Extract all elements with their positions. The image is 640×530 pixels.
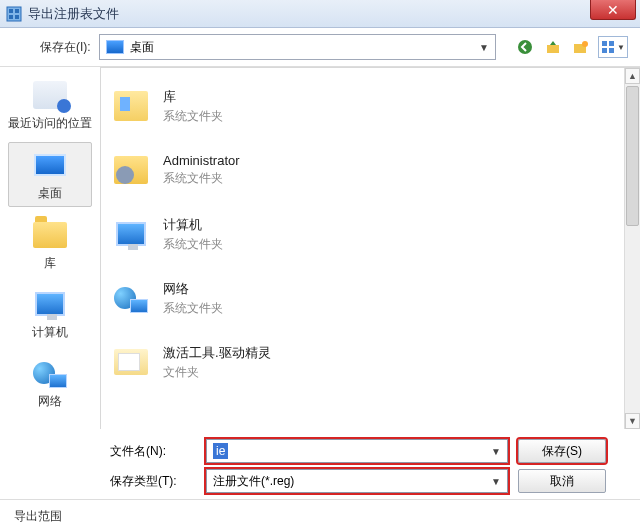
svg-rect-4 [15, 15, 19, 19]
chevron-down-icon: ▼ [617, 43, 625, 52]
item-subtitle: 文件夹 [163, 364, 271, 381]
filetype-dropdown[interactable]: 注册文件(*.reg) ▼ [206, 469, 508, 493]
new-folder-button[interactable] [570, 36, 592, 58]
chevron-down-icon: ▼ [491, 476, 501, 487]
svg-point-8 [582, 41, 588, 47]
save-in-value: 桌面 [130, 39, 479, 56]
close-button[interactable]: ✕ [590, 0, 636, 20]
app-icon [6, 6, 22, 22]
svg-rect-2 [15, 9, 19, 13]
place-computer[interactable]: 计算机 [8, 282, 92, 345]
place-recent[interactable]: 最近访问的位置 [8, 73, 92, 136]
item-name: 库 [163, 88, 223, 106]
main-area: 最近访问的位置 桌面 库 计算机 网络 库 系统文件夹 [0, 67, 640, 429]
scroll-up-button[interactable]: ▲ [625, 68, 640, 84]
item-name: 网络 [163, 280, 223, 298]
view-menu-icon [601, 40, 615, 54]
back-button[interactable] [514, 36, 536, 58]
recent-places-icon [33, 81, 67, 109]
user-folder-icon [114, 156, 148, 184]
toolbar-icons: ▼ [504, 36, 628, 58]
place-label: 桌面 [38, 185, 62, 202]
scroll-thumb[interactable] [626, 86, 639, 226]
filename-value: ie [213, 443, 228, 459]
place-label: 库 [44, 255, 56, 272]
place-label: 计算机 [32, 324, 68, 341]
item-subtitle: 系统文件夹 [163, 300, 223, 317]
network-icon [114, 283, 148, 313]
chevron-down-icon: ▼ [491, 446, 501, 457]
cancel-button-label: 取消 [550, 473, 574, 490]
place-label: 最近访问的位置 [8, 115, 92, 132]
filetype-label: 保存类型(T): [110, 473, 196, 490]
up-one-level-button[interactable] [542, 36, 564, 58]
vertical-scrollbar[interactable]: ▲ ▼ [624, 68, 640, 429]
item-name: Administrator [163, 153, 240, 168]
filename-label: 文件名(N): [110, 443, 196, 460]
list-item[interactable]: 激活工具.驱动精灵 文件夹 [109, 330, 632, 394]
place-desktop[interactable]: 桌面 [8, 142, 92, 207]
scroll-track[interactable] [625, 84, 640, 413]
network-icon [33, 358, 67, 388]
place-libraries[interactable]: 库 [8, 213, 92, 276]
filename-input[interactable]: ie ▼ [206, 439, 508, 463]
back-icon [517, 39, 533, 55]
item-subtitle: 系统文件夹 [163, 236, 223, 253]
file-listing[interactable]: 库 系统文件夹 Administrator 系统文件夹 计算机 系统文件夹 [100, 67, 640, 429]
scroll-down-button[interactable]: ▼ [625, 413, 640, 429]
form-rows: 文件名(N): ie ▼ 保存(S) 保存类型(T): 注册文件(*.reg) … [0, 429, 640, 499]
new-folder-icon [573, 39, 589, 55]
close-icon: ✕ [607, 2, 619, 18]
svg-point-5 [518, 40, 532, 54]
svg-rect-3 [9, 15, 13, 19]
chevron-down-icon: ▼ [479, 42, 489, 53]
filetype-value: 注册文件(*.reg) [213, 473, 294, 490]
desktop-icon [34, 154, 66, 176]
place-label: 网络 [38, 393, 62, 410]
svg-rect-11 [602, 48, 607, 53]
list-item[interactable]: 网络 系统文件夹 [109, 266, 632, 330]
save-in-label: 保存在(I): [40, 39, 91, 56]
save-button[interactable]: 保存(S) [518, 439, 606, 463]
computer-icon [35, 292, 65, 316]
item-name: 计算机 [163, 216, 223, 234]
svg-rect-9 [602, 41, 607, 46]
list-item[interactable]: 计算机 系统文件夹 [109, 202, 632, 266]
titlebar: 导出注册表文件 ✕ [0, 0, 640, 28]
save-button-label: 保存(S) [542, 443, 582, 460]
svg-rect-10 [609, 41, 614, 46]
view-menu-button[interactable]: ▼ [598, 36, 628, 58]
svg-rect-12 [609, 48, 614, 53]
item-subtitle: 系统文件夹 [163, 170, 240, 187]
computer-icon [116, 222, 146, 246]
up-one-level-icon [545, 39, 561, 55]
libraries-icon [33, 222, 67, 248]
window-title: 导出注册表文件 [28, 5, 119, 23]
item-subtitle: 系统文件夹 [163, 108, 223, 125]
svg-rect-6 [547, 45, 559, 53]
item-name: 激活工具.驱动精灵 [163, 344, 271, 362]
libraries-icon [114, 91, 148, 121]
folder-icon [114, 349, 148, 375]
place-network[interactable]: 网络 [8, 351, 92, 414]
cancel-button[interactable]: 取消 [518, 469, 606, 493]
export-range-section: 导出范围 全部(A) [0, 499, 640, 530]
desktop-icon [106, 40, 124, 54]
list-item[interactable]: 库 系统文件夹 [109, 74, 632, 138]
svg-rect-1 [9, 9, 13, 13]
save-in-dropdown[interactable]: 桌面 ▼ [99, 34, 496, 60]
list-item[interactable]: Administrator 系统文件夹 [109, 138, 632, 202]
places-bar: 最近访问的位置 桌面 库 计算机 网络 [0, 67, 100, 429]
export-range-legend: 导出范围 [14, 508, 626, 525]
save-in-row: 保存在(I): 桌面 ▼ ▼ [0, 28, 640, 67]
